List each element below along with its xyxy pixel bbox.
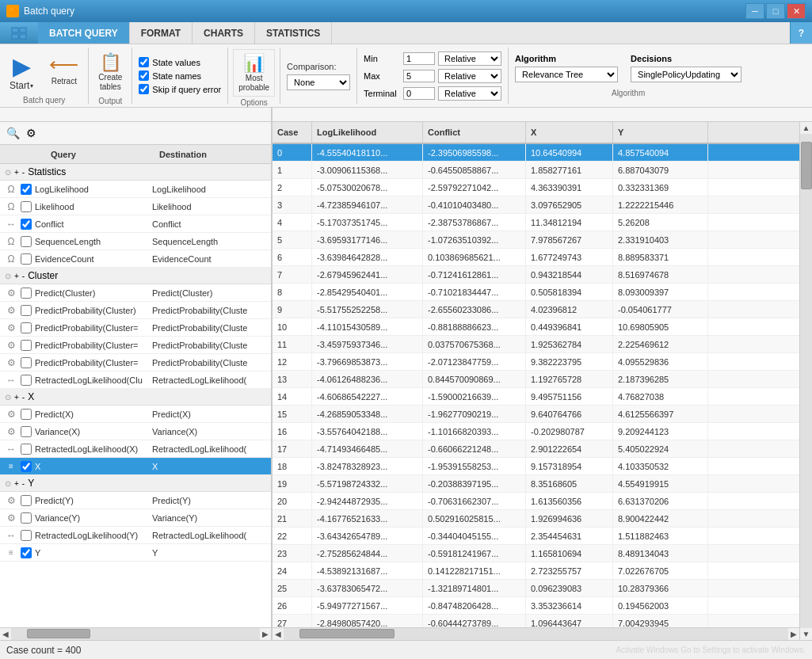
- table-row[interactable]: 15-4.26859053348...-1.96277090219...9.64…: [273, 406, 799, 423]
- most-probable-button[interactable]: 📊 Mostprobable: [233, 49, 275, 97]
- table-row[interactable]: 10-4.11015430589...-0.88188886623...0.44…: [273, 318, 799, 336]
- table-row[interactable]: 18-3.82478328923...-1.95391558253...9.15…: [273, 458, 799, 475]
- table-row[interactable]: 21-4.16776521633...0.502916025815...1.92…: [273, 510, 799, 528]
- predictprob-cluster-checkbox[interactable]: [21, 305, 32, 316]
- table-row[interactable]: 25-3.63783065472...-1.32189714801...0.09…: [273, 580, 799, 597]
- menu-tab-batch-query[interactable]: BATCH QUERY: [38, 22, 130, 44]
- table-row[interactable]: 22-3.64342654789...-0.34404045155...2.35…: [273, 528, 799, 545]
- table-row[interactable]: 26-5.94977271567...-0.84748206428...3.35…: [273, 597, 799, 615]
- terminal-input[interactable]: [403, 87, 435, 100]
- table-row[interactable]: 1-3.00906115368...-0.64550858867...1.858…: [273, 162, 799, 179]
- predictprob-cluster-eq3-checkbox[interactable]: [21, 357, 32, 368]
- table-scroll-left[interactable]: ◀: [273, 628, 284, 640]
- terminal-relative-select[interactable]: Relative: [438, 86, 501, 101]
- scroll-track[interactable]: [11, 628, 260, 640]
- close-button[interactable]: ✕: [787, 3, 806, 19]
- variance-x-checkbox[interactable]: [21, 426, 32, 437]
- x-row[interactable]: ≡ X X: [0, 458, 271, 475]
- table-row[interactable]: 27-2.84980857420...-0.60444273789...1.09…: [273, 615, 799, 627]
- vscroll-up-button[interactable]: ▲: [801, 122, 812, 134]
- predict-y-checkbox[interactable]: [21, 495, 32, 506]
- table-row[interactable]: 17-4.71493466485...-0.66066221248...2.90…: [273, 440, 799, 458]
- th-y: Y: [613, 122, 708, 143]
- table-row[interactable]: 23-2.75285624844...-0.59181241967...1.16…: [273, 545, 799, 562]
- vscroll-thumb[interactable]: [801, 142, 812, 189]
- table-row[interactable]: 6-3.63984642828...0.103869685621...1.677…: [273, 249, 799, 266]
- table-row[interactable]: 20-2.94244872935...-0.70631662307...1.61…: [273, 493, 799, 510]
- predict-x-checkbox[interactable]: [21, 409, 32, 420]
- scroll-thumb[interactable]: [27, 629, 90, 638]
- decisions-select[interactable]: SinglePolicyUpdating: [631, 67, 741, 82]
- x-expand-icon[interactable]: +: [14, 393, 19, 402]
- table-scroll-right[interactable]: ▶: [788, 628, 799, 640]
- statistics-expand-icon[interactable]: +: [14, 168, 19, 177]
- table-cell: 7.978567267: [526, 231, 613, 248]
- max-relative-select[interactable]: Relative: [438, 69, 501, 83]
- table-row[interactable]: 3-4.72385946107...-0.41010403480...3.097…: [273, 196, 799, 214]
- table-row[interactable]: 11-3.45975937346...0.037570675368...1.92…: [273, 336, 799, 353]
- filter-icon[interactable]: ⚙: [25, 125, 38, 141]
- table-scroll-track[interactable]: [284, 628, 788, 640]
- create-tables-button[interactable]: 📋 Createtables: [93, 49, 127, 95]
- minimize-button[interactable]: ─: [745, 3, 764, 19]
- table-row[interactable]: 9-5.51755252258...-2.65560233086...4.023…: [273, 301, 799, 318]
- vscroll-track[interactable]: [800, 134, 812, 628]
- cluster-collapse-btn[interactable]: -: [22, 272, 25, 280]
- vscroll-down-button[interactable]: ▼: [801, 628, 812, 640]
- help-button[interactable]: ?: [790, 22, 812, 44]
- table-row[interactable]: 7-2.67945962441...-0.71241612861...0.943…: [273, 266, 799, 284]
- table-row[interactable]: 14-4.60686542227...-1.59000216639...9.49…: [273, 388, 799, 406]
- table-row[interactable]: 8-2.85429540401...-0.71021834447...0.505…: [273, 284, 799, 301]
- table-row[interactable]: 12-3.79669853873...-2.07123847759...9.38…: [273, 353, 799, 371]
- table-row[interactable]: 0-4.55540418110...-2.39506985598...10.64…: [273, 144, 799, 162]
- algorithm-select[interactable]: Relevance Tree: [515, 67, 618, 82]
- sequencelength-checkbox[interactable]: [21, 236, 32, 247]
- table-body[interactable]: 0-4.55540418110...-2.39506985598...10.64…: [273, 144, 799, 627]
- table-row[interactable]: 16-3.55764042188...-1.10166820393...-0.2…: [273, 423, 799, 440]
- evidencecount-checkbox[interactable]: [21, 253, 32, 265]
- loglikelihood-checkbox[interactable]: [21, 184, 32, 195]
- max-input[interactable]: [403, 70, 435, 82]
- predictprob-cluster-eq1-checkbox[interactable]: [21, 322, 32, 333]
- conflict-checkbox[interactable]: [21, 219, 32, 230]
- table-row[interactable]: 2-5.07530020678...-2.59792271042...4.363…: [273, 179, 799, 196]
- table-row[interactable]: 24-4.53892131687...0.141228217151...2.72…: [273, 562, 799, 580]
- scroll-right-button[interactable]: ▶: [260, 628, 271, 640]
- home-menu-button[interactable]: [0, 22, 38, 44]
- menu-tab-statistics[interactable]: STATISTICS: [255, 22, 332, 44]
- y-collapse-btn[interactable]: -: [22, 479, 25, 488]
- scroll-left-button[interactable]: ◀: [0, 628, 11, 640]
- predict-cluster-checkbox[interactable]: [21, 288, 32, 299]
- retracted-ll-y-checkbox[interactable]: [21, 530, 32, 541]
- state-values-checkbox[interactable]: [139, 57, 149, 67]
- comparison-select[interactable]: None: [287, 74, 350, 90]
- cluster-expand-icon[interactable]: +: [14, 272, 19, 280]
- start-button[interactable]: ▶ Start ▾: [3, 49, 40, 94]
- x-checkbox[interactable]: [21, 461, 32, 472]
- predictprob-cluster-eq2-checkbox[interactable]: [21, 340, 32, 351]
- state-names-checkbox[interactable]: [139, 70, 149, 81]
- y-expand-icon[interactable]: +: [14, 479, 19, 488]
- table-row[interactable]: 5-3.69593177146...-1.07263510392...7.978…: [273, 231, 799, 249]
- table-row[interactable]: 19-5.57198724332...-0.20388397195...8.35…: [273, 475, 799, 493]
- retract-button[interactable]: ⟵ Retract: [43, 49, 85, 89]
- variance-y-checkbox[interactable]: [21, 512, 32, 524]
- retracted-ll-cluster-checkbox[interactable]: [21, 375, 32, 386]
- skip-query-error-checkbox[interactable]: [139, 84, 149, 94]
- table-scroll-thumb[interactable]: [299, 629, 395, 638]
- min-input[interactable]: [403, 52, 435, 65]
- menu-tab-charts[interactable]: CHARTS: [193, 22, 255, 44]
- statistics-collapse-icon[interactable]: -: [22, 168, 25, 177]
- y-checkbox[interactable]: [21, 547, 32, 558]
- x-collapse-btn[interactable]: -: [22, 393, 25, 402]
- search-icon[interactable]: 🔍: [5, 125, 21, 141]
- retracted-ll-x-checkbox[interactable]: [21, 444, 32, 455]
- menu-tab-format[interactable]: FORMAT: [130, 22, 193, 44]
- min-relative-select[interactable]: Relative: [438, 51, 501, 66]
- restore-button[interactable]: □: [766, 3, 785, 19]
- likelihood-checkbox[interactable]: [21, 201, 32, 212]
- variance-x-row: ⚙ Variance(X) Variance(X): [0, 423, 271, 440]
- table-row[interactable]: 13-4.06126488236...0.844570090869...1.19…: [273, 371, 799, 388]
- table-row[interactable]: 4-5.17037351745...-2.38753786867...11.34…: [273, 214, 799, 231]
- predictprob-cluster-dest: PredictProbability(Cluste: [152, 306, 266, 315]
